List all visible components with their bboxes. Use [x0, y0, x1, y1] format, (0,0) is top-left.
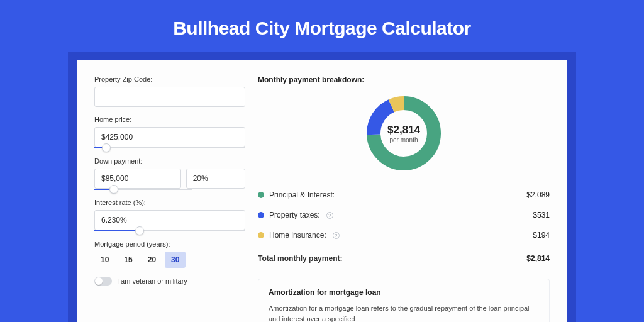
interest-input[interactable]	[94, 210, 245, 230]
legend-total-value: $2,814	[526, 254, 550, 263]
down-payment-label: Down payment:	[94, 157, 245, 165]
down-payment-field-group: Down payment:	[94, 157, 245, 190]
legend-row: Principal & Interest:$2,089	[258, 185, 550, 205]
legend-value: $194	[533, 231, 550, 240]
period-option-10[interactable]: 10	[94, 252, 115, 268]
down-payment-slider-thumb[interactable]	[109, 185, 118, 194]
legend-total-label: Total monthly payment:	[258, 254, 342, 263]
interest-label: Interest rate (%):	[94, 199, 245, 206]
legend-label: Home insurance:	[269, 231, 326, 240]
interest-slider[interactable]	[94, 230, 245, 231]
period-field-group: Mortgage period (years): 10152030	[94, 240, 245, 268]
period-option-20[interactable]: 20	[142, 252, 162, 268]
amortization-title: Amortization for mortgage loan	[269, 288, 539, 297]
legend-value: $531	[533, 211, 550, 219]
home-price-field-group: Home price:	[94, 116, 245, 148]
interest-slider-thumb[interactable]	[135, 226, 144, 235]
inputs-column: Property Zip Code: Home price: Down paym…	[94, 75, 245, 322]
donut-amount: $2,814	[387, 124, 420, 136]
down-payment-slider[interactable]	[94, 189, 192, 190]
legend-row: Property taxes:?$531	[258, 205, 550, 225]
legend-dot	[258, 212, 264, 218]
donut-chart: $2,814 per month	[364, 93, 444, 174]
down-payment-input[interactable]	[94, 169, 181, 189]
veteran-label: I am veteran or military	[117, 277, 187, 285]
donut-sub: per month	[387, 136, 420, 143]
down-payment-pct-input[interactable]	[186, 169, 245, 189]
veteran-toggle[interactable]	[94, 277, 112, 286]
legend: Principal & Interest:$2,089Property taxe…	[258, 185, 550, 245]
period-option-15[interactable]: 15	[118, 252, 138, 268]
zip-label: Property Zip Code:	[94, 75, 245, 83]
zip-input[interactable]	[94, 87, 245, 107]
home-price-input[interactable]	[94, 127, 245, 147]
legend-total-row: Total monthly payment: $2,814	[258, 248, 550, 269]
amortization-body: Amortization for a mortgage loan refers …	[269, 303, 539, 322]
legend-row: Home insurance:?$194	[258, 225, 550, 245]
legend-label: Principal & Interest:	[269, 191, 335, 199]
calculator-panel-wrap: Property Zip Code: Home price: Down paym…	[68, 52, 576, 322]
divider	[258, 247, 550, 247]
calculator-panel: Property Zip Code: Home price: Down paym…	[77, 60, 567, 322]
legend-label: Property taxes:	[269, 211, 320, 219]
period-option-30[interactable]: 30	[165, 252, 186, 268]
veteran-toggle-row: I am veteran or military	[94, 277, 245, 286]
zip-field-group: Property Zip Code:	[94, 75, 245, 107]
legend-dot	[258, 192, 264, 198]
donut-chart-wrap: $2,814 per month	[258, 93, 550, 174]
donut-center: $2,814 per month	[387, 124, 420, 143]
period-label: Mortgage period (years):	[94, 240, 245, 248]
period-options: 10152030	[94, 252, 245, 268]
interest-field-group: Interest rate (%):	[94, 199, 245, 231]
legend-dot	[258, 232, 264, 238]
help-icon[interactable]: ?	[333, 232, 340, 239]
legend-value: $2,089	[526, 191, 550, 199]
breakdown-title: Monthly payment breakdown:	[258, 75, 550, 84]
home-price-slider-thumb[interactable]	[102, 143, 111, 152]
home-price-label: Home price:	[94, 116, 245, 123]
amortization-card: Amortization for mortgage loan Amortizat…	[258, 279, 550, 322]
page-title: Bullhead City Mortgage Calculator	[0, 0, 644, 52]
home-price-slider[interactable]	[94, 147, 245, 148]
breakdown-column: Monthly payment breakdown: $2,814 per mo…	[258, 75, 550, 322]
help-icon[interactable]: ?	[326, 212, 333, 219]
